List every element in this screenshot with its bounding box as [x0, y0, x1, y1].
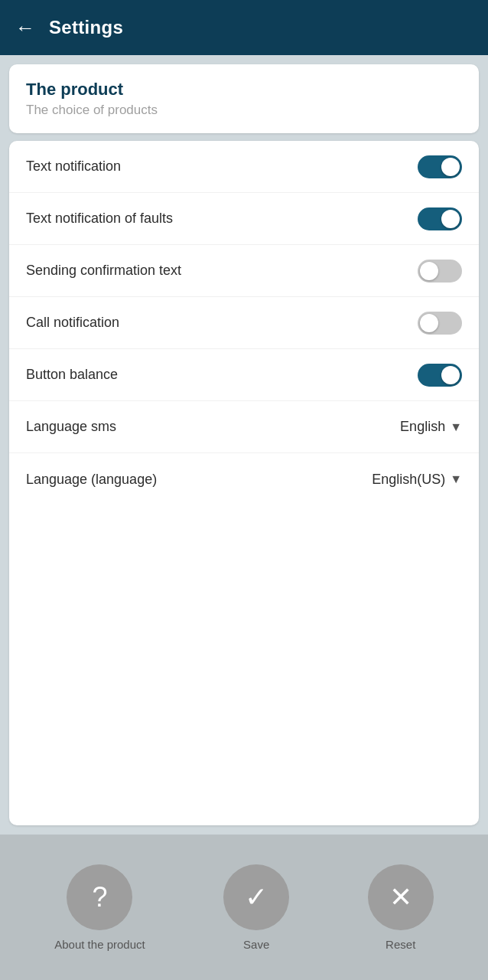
toggle-thumb-text-notification-faults — [441, 210, 460, 228]
setting-row-sending-confirmation-text: Sending confirmation text — [9, 245, 479, 297]
product-name: The product — [26, 80, 462, 100]
setting-row-text-notification-faults: Text notification of faults — [9, 193, 479, 245]
bottom-button-icon-about-product: ? — [67, 864, 132, 930]
back-button[interactable]: ← — [15, 16, 35, 40]
toggle-track-call-notification — [418, 312, 462, 335]
product-card: The product The choice of products — [9, 64, 479, 133]
bottom-button-reset[interactable]: ✕Reset — [368, 864, 434, 951]
setting-row-language-sms: Language smsEnglish▼ — [9, 401, 479, 453]
setting-label-button-balance: Button balance — [26, 367, 118, 383]
bottom-button-about-product[interactable]: ?About the product — [54, 864, 145, 951]
dropdown-arrow-icon-language-language: ▼ — [450, 472, 462, 486]
setting-row-call-notification: Call notification — [9, 297, 479, 349]
toggle-button-balance[interactable] — [418, 364, 462, 387]
main-area: The product The choice of products Text … — [0, 55, 488, 835]
toggle-sending-confirmation-text[interactable] — [418, 260, 462, 283]
bottom-button-icon-save: ✓ — [223, 864, 289, 930]
bottom-button-label-about-product: About the product — [54, 938, 145, 951]
settings-card: Text notificationText notification of fa… — [9, 141, 479, 825]
toggle-text-notification-faults[interactable] — [418, 207, 462, 230]
toggle-track-text-notification — [418, 155, 462, 178]
bottom-bar: ?About the product✓Save✕Reset — [0, 835, 488, 980]
toggle-thumb-call-notification — [420, 314, 438, 332]
setting-label-text-notification-faults: Text notification of faults — [26, 211, 173, 227]
setting-label-call-notification: Call notification — [26, 315, 119, 331]
setting-row-text-notification: Text notification — [9, 141, 479, 193]
dropdown-value-language-language: English(US) — [372, 472, 445, 488]
bottom-button-save[interactable]: ✓Save — [223, 864, 289, 951]
bottom-button-icon-reset: ✕ — [368, 864, 434, 930]
setting-label-text-notification: Text notification — [26, 158, 121, 175]
toggle-thumb-text-notification — [441, 158, 460, 176]
toggle-track-text-notification-faults — [418, 207, 462, 230]
toggle-track-button-balance — [418, 364, 462, 387]
dropdown-value-language-sms: English — [400, 419, 445, 435]
app-header: ← Settings — [0, 0, 488, 55]
product-subtitle: The choice of products — [26, 103, 462, 118]
dropdown-arrow-icon-language-sms: ▼ — [450, 420, 462, 434]
dropdown-language-sms[interactable]: English▼ — [400, 419, 462, 435]
bottom-button-label-reset: Reset — [386, 938, 415, 951]
toggle-call-notification[interactable] — [418, 312, 462, 335]
toggle-thumb-button-balance — [441, 366, 460, 384]
page-title: Settings — [49, 17, 123, 38]
toggle-track-sending-confirmation-text — [418, 260, 462, 283]
bottom-button-label-save: Save — [243, 938, 269, 951]
setting-row-button-balance: Button balance — [9, 349, 479, 401]
toggle-thumb-sending-confirmation-text — [420, 262, 438, 280]
toggle-text-notification[interactable] — [418, 155, 462, 178]
setting-label-language-language: Language (language) — [26, 472, 157, 488]
dropdown-language-language[interactable]: English(US)▼ — [372, 472, 462, 488]
setting-label-language-sms: Language sms — [26, 419, 116, 435]
setting-label-sending-confirmation-text: Sending confirmation text — [26, 263, 181, 279]
setting-row-language-language: Language (language)English(US)▼ — [9, 453, 479, 505]
